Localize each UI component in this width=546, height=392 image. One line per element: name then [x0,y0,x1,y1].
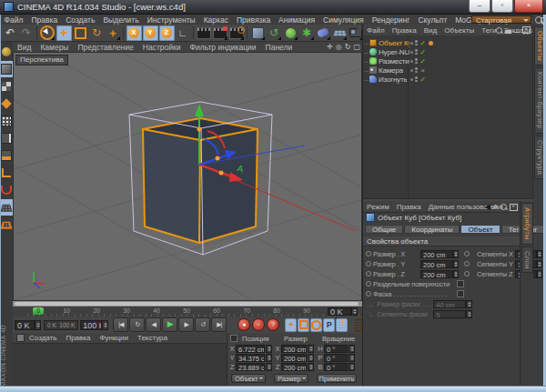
lock-y-axis-button[interactable]: Y [143,25,158,41]
enabled-toggle[interactable]: ✓ [420,75,427,84]
object-row[interactable]: – Hyper-NURBS ✓ [363,47,533,56]
search-icon[interactable] [535,16,542,24]
material-menu-item[interactable]: Создать [25,334,61,342]
key-scale-button[interactable] [298,318,309,332]
add-floor-button[interactable] [332,25,348,41]
font-icon[interactable]: A [493,203,498,211]
material-menu-item[interactable]: Функции [95,334,133,342]
object-name[interactable]: Изогнуть [379,75,407,84]
viewport-label[interactable]: Перспектива [15,55,68,65]
object-row[interactable]: – Изогнуть ✓ [363,75,533,84]
object-manager-menu-item[interactable]: Объекты [440,26,478,35]
object-name[interactable]: Hyper-NURBS [379,48,410,56]
timeline-options-icon[interactable] [355,318,362,332]
add-spline-button[interactable]: ↺ [267,25,282,41]
view-control-icon[interactable]: ◎ [336,43,342,51]
viewport-canvas[interactable]: A [14,53,361,300]
menu-item[interactable]: Инструменты [143,15,199,25]
workplane-lock-button[interactable] [0,199,13,216]
search-icon[interactable] [496,27,502,34]
live-selection-button[interactable] [40,25,56,41]
size-field[interactable]: 200 cm [281,354,307,362]
edges-mode-button[interactable] [0,130,13,146]
snap-button[interactable] [0,182,13,198]
object-name[interactable]: Объект Куб [379,39,410,47]
stepper[interactable] [537,260,542,268]
material-manager[interactable]: СоздатьПравкаФункцииТекстура [13,333,228,386]
material-menu-item[interactable]: Текстура [133,334,172,342]
view-control-icon[interactable]: ▢ [353,43,360,51]
key-pla-button[interactable] [336,318,348,332]
size-field[interactable]: 200 cm [420,270,453,278]
stepper[interactable] [453,260,459,268]
checkbox[interactable] [457,280,464,287]
next-frame-button[interactable]: ▶ [178,317,194,332]
visibility-dots[interactable] [415,58,418,64]
back-icon[interactable]: ◀ [485,203,490,211]
stepper[interactable] [537,270,542,278]
play-reverse-button[interactable]: ↻ [129,317,145,332]
make-editable-button[interactable] [0,44,13,60]
key-position-button[interactable]: + [285,318,297,332]
coords-checkbox[interactable] [230,335,238,342]
layer-dot[interactable] [410,78,413,81]
stepper[interactable] [453,270,459,278]
stepper[interactable] [537,250,542,258]
position-field[interactable]: 34.375 cm [236,354,265,362]
points-mode-button[interactable] [0,113,13,129]
end-frame-field[interactable]: 100 K [80,320,102,330]
axis-mode-button[interactable] [0,165,13,181]
goto-start-button[interactable]: |◀ [113,317,128,332]
viewport-menu-item[interactable]: Фильтр индикации [185,43,260,52]
key-rotation-button[interactable] [310,318,322,332]
view-control-icon[interactable]: ↻ [345,43,351,51]
size-field[interactable]: 200 cm [420,260,453,268]
viewport-menu-item[interactable]: Вид [13,43,35,52]
viewport-menu-item[interactable]: Настройки [138,43,186,52]
menu-item[interactable]: Каркас [199,15,232,25]
goto-end-button[interactable]: ▶| [211,317,227,332]
previous-frame-button[interactable]: ◀ [146,317,161,332]
move-button[interactable]: + [56,25,72,41]
attribute-tab[interactable]: Общие [365,225,403,234]
object-row[interactable]: – Камера × [363,65,533,75]
enabled-toggle[interactable]: ✓ [420,48,427,56]
menu-item[interactable]: Рендеринг [368,15,414,25]
position-field[interactable]: 23.889 cm [236,363,265,371]
rotation-field[interactable]: 0 ° [324,345,348,353]
add-modeling-button[interactable]: ✱ [299,25,315,41]
view-control-icon[interactable]: ✛ [327,43,333,51]
scale-button[interactable] [73,25,88,41]
layer-dot[interactable] [410,51,413,54]
new-panel-icon[interactable] [510,204,518,211]
position-field[interactable]: 6.722 cm [236,345,265,353]
stepper[interactable] [453,250,459,258]
visibility-dots[interactable] [415,67,418,73]
object-name[interactable]: Камера [379,66,403,75]
layer-dot[interactable] [410,69,413,72]
enabled-toggle[interactable]: ✓ [420,39,427,47]
frame-range-slider[interactable]: 0 K 100 K [44,320,78,330]
layer-dot[interactable] [410,60,413,63]
add-camera-button[interactable] [349,25,364,41]
object-manager-menu-item[interactable]: Правка [389,26,420,35]
checkbox[interactable] [457,290,464,297]
size-field[interactable]: 200 cm [281,345,307,353]
timeline-end-field[interactable]: 0 K [328,307,351,316]
object-name[interactable]: Разместить [379,57,410,65]
record-keyframe-button[interactable]: ● [238,318,250,331]
new-panel-icon[interactable] [522,26,531,34]
size-field[interactable]: 200 cm [281,363,307,371]
viewport[interactable]: A Перспектива [13,52,362,301]
object-manager-menu-item[interactable]: Файл [363,26,389,35]
coord-mode-dropdown[interactable]: Объект [231,374,266,383]
visibility-dots[interactable] [415,40,418,45]
attribute-menu-item[interactable]: Правка [393,203,425,211]
menu-item[interactable]: Выделить [99,15,143,25]
render-region-button[interactable] [213,25,228,41]
undo-button[interactable]: ↶ [3,25,18,41]
add-cube-button[interactable] [250,25,266,41]
layout-select[interactable]: Стартовая [471,15,531,24]
object-manager-menu-item[interactable]: Вид [420,26,440,35]
redo-button[interactable]: ↷ [19,25,35,41]
